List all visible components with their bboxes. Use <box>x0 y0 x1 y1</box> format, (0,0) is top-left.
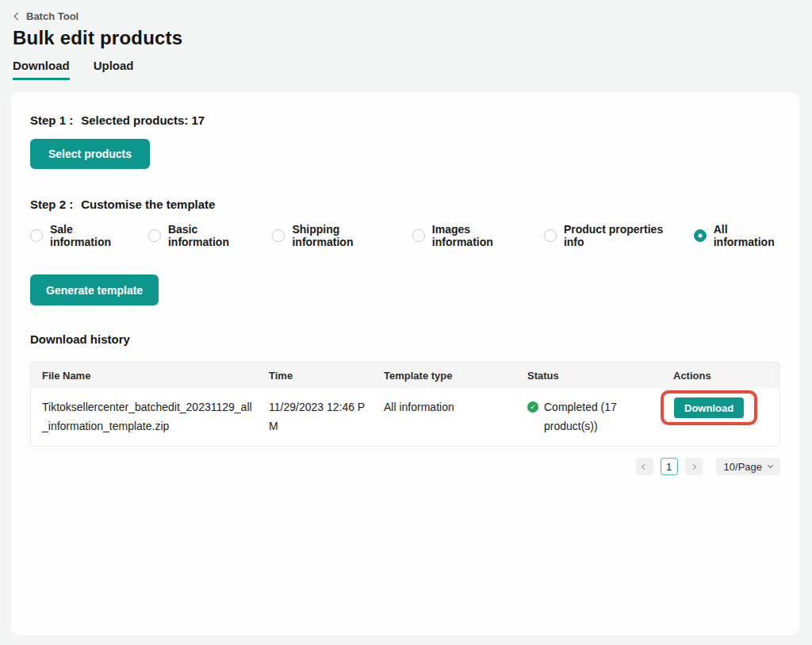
select-products-button[interactable]: Select products <box>30 139 150 169</box>
step1-selected-count: Selected products: 17 <box>81 113 205 127</box>
radio-label: Shipping information <box>292 223 388 248</box>
radio-icon <box>30 229 43 242</box>
chevron-down-icon <box>768 463 773 468</box>
radio-label: Product properties info <box>564 223 670 248</box>
tab-bar: Download Upload <box>13 59 799 80</box>
radio-all-information[interactable]: All information <box>694 223 780 248</box>
page-size-dropdown[interactable]: 10/Page <box>716 458 780 475</box>
page-size-label: 10/Page <box>724 461 762 473</box>
step2-title: Step 2 : Customise the template <box>30 198 780 211</box>
radio-images-information[interactable]: Images information <box>412 223 520 248</box>
radio-label: Sale information <box>50 223 124 248</box>
cell-time: 11/29/2023 12:46 PM <box>269 389 384 446</box>
column-status: Status <box>527 363 673 389</box>
radio-label: Images information <box>432 223 520 248</box>
cell-template-type: All information <box>384 389 527 446</box>
pagination-prev-button[interactable] <box>636 458 653 475</box>
radio-label: All information <box>714 223 780 248</box>
radio-product-properties-info[interactable]: Product properties info <box>544 223 670 248</box>
radio-icon <box>412 229 425 242</box>
step2-label: Step 2 : <box>30 198 73 211</box>
annotation-highlight-box: Download <box>661 390 757 425</box>
radio-icon <box>544 229 557 242</box>
cell-actions: Download <box>673 389 770 446</box>
radio-icon <box>148 229 161 242</box>
step2-text: Customise the template <box>81 198 215 211</box>
download-history-title: Download history <box>30 332 780 346</box>
radio-icon <box>272 229 285 242</box>
radio-label: Basic information <box>168 223 249 248</box>
main-panel: Step 1 : Selected products: 17 Select pr… <box>11 92 799 635</box>
chevron-right-icon <box>691 463 696 469</box>
column-template-type: Template type <box>384 363 527 389</box>
column-time: Time <box>269 363 384 389</box>
step1-label: Step 1 : <box>30 113 73 127</box>
table-row: Tiktoksellercenter_batchedit_20231129_al… <box>31 389 779 446</box>
chevron-left-icon <box>642 463 647 469</box>
status-text: Completed (17 product(s)) <box>544 397 625 436</box>
radio-icon <box>694 229 707 242</box>
pagination-page-1[interactable]: 1 <box>661 458 678 475</box>
breadcrumb-label: Batch Tool <box>26 10 79 22</box>
pagination-next-button[interactable] <box>685 458 703 475</box>
breadcrumb-back[interactable]: Batch Tool <box>15 10 79 22</box>
radio-sale-information[interactable]: Sale information <box>30 223 124 248</box>
tab-download[interactable]: Download <box>13 59 70 80</box>
step1-title: Step 1 : Selected products: 17 <box>30 113 780 127</box>
template-options: Sale information Basic information Shipp… <box>30 223 780 248</box>
status-success-check-icon: ✓ <box>527 401 538 413</box>
download-history-table: File Name Time Template type Status Acti… <box>30 362 780 447</box>
radio-shipping-information[interactable]: Shipping information <box>272 223 388 248</box>
pagination: 1 10/Page <box>30 458 780 475</box>
column-file-name: File Name <box>42 363 269 389</box>
column-actions: Actions <box>673 363 768 389</box>
cell-file-name: Tiktoksellercenter_batchedit_20231129_al… <box>42 389 269 446</box>
radio-basic-information[interactable]: Basic information <box>148 223 249 248</box>
download-button[interactable]: Download <box>674 397 744 418</box>
page-title: Bulk edit products <box>13 27 799 49</box>
cell-status: ✓ Completed (17 product(s)) <box>527 389 673 446</box>
tab-upload[interactable]: Upload <box>94 59 134 80</box>
chevron-left-icon <box>14 13 22 21</box>
page-header: Batch Tool Bulk edit products Download U… <box>0 0 812 80</box>
generate-template-button[interactable]: Generate template <box>30 275 159 305</box>
table-header-row: File Name Time Template type Status Acti… <box>31 363 779 389</box>
